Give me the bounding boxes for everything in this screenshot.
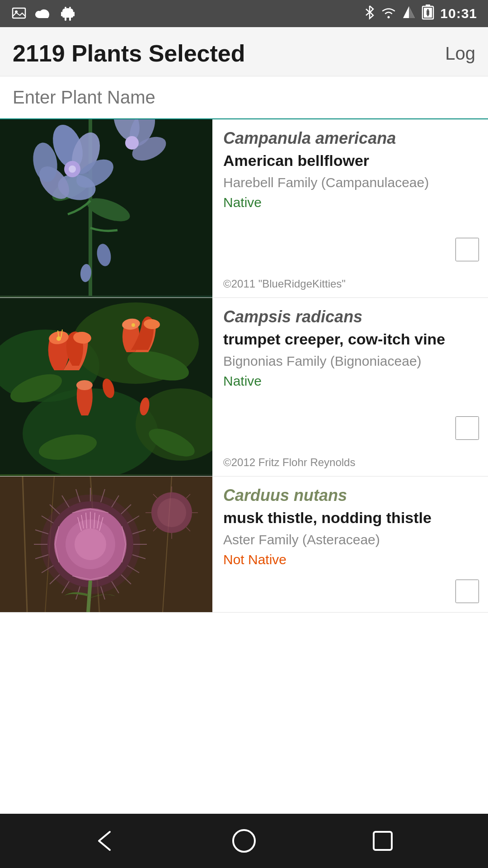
svg-point-6 <box>388 16 390 18</box>
recent-apps-button[interactable] <box>369 827 396 854</box>
plant-common-name-3: musk thistle, nodding thistle <box>223 509 479 527</box>
plant-scientific-name-2: Campsis radicans <box>223 307 479 326</box>
status-icons-left <box>11 5 76 22</box>
plant-common-name-2: trumpet creeper, cow-itch vine <box>223 330 479 349</box>
plant-checkbox-2[interactable] <box>455 416 479 440</box>
plant-list: Campanula americana American bellflower … <box>0 119 488 814</box>
plant-item: Campanula americana American bellflower … <box>0 119 488 298</box>
home-button[interactable] <box>230 827 258 854</box>
app-header: 2119 Plants Selected Log <box>0 27 488 76</box>
battery-icon <box>421 4 435 24</box>
page-title: 2119 Plants Selected <box>13 40 245 67</box>
cloud-icon <box>35 5 52 22</box>
plant-native-status-1: Native <box>223 195 479 210</box>
plant-item: Campsis radicans trumpet creeper, cow-it… <box>0 298 488 476</box>
plant-info-3: Carduus nutans musk thistle, nodding thi… <box>212 476 488 612</box>
plant-image-3 <box>0 476 212 612</box>
bluetooth-icon <box>364 4 375 24</box>
android-icon <box>60 5 76 22</box>
plant-credit-1: ©2011 "BlueRidgeKitties" <box>223 278 452 290</box>
svg-marker-8 <box>409 6 415 18</box>
status-icons-right: 10:31 <box>364 4 477 24</box>
plant-image-1 <box>0 119 212 297</box>
plant-native-status-2: Native <box>223 373 479 389</box>
plant-credit-2: ©2012 Fritz Flohr Reynolds <box>223 456 452 469</box>
svg-line-113 <box>88 580 90 612</box>
svg-point-52 <box>131 323 135 327</box>
svg-rect-0 <box>13 8 25 18</box>
status-time: 10:31 <box>440 6 477 21</box>
plant-family-3: Aster Family (Asteraceae) <box>223 531 479 548</box>
plant-scientific-name-1: Campanula americana <box>223 128 479 148</box>
plant-family-2: Bignonias Family (Bignoniaceae) <box>223 352 479 370</box>
plant-checkbox-3[interactable] <box>455 580 479 603</box>
plant-family-1: Harebell Family (Campanulaceae) <box>223 174 479 191</box>
svg-point-95 <box>75 528 106 560</box>
svg-rect-10 <box>426 5 430 7</box>
svg-point-51 <box>56 336 61 341</box>
wifi-icon <box>380 5 397 22</box>
svg-point-30 <box>125 136 139 150</box>
plant-checkbox-1[interactable] <box>455 238 479 261</box>
svg-rect-4 <box>61 12 62 16</box>
search-input[interactable] <box>13 76 475 118</box>
svg-point-114 <box>233 830 255 852</box>
svg-point-48 <box>76 380 93 390</box>
svg-rect-115 <box>374 832 392 850</box>
plant-scientific-name-3: Carduus nutans <box>223 486 479 505</box>
plant-info-2: Campsis radicans trumpet creeper, cow-it… <box>212 298 488 476</box>
svg-rect-12 <box>427 10 429 15</box>
svg-point-104 <box>157 498 186 527</box>
plant-common-name-1: American bellflower <box>223 151 479 170</box>
plant-item: Carduus nutans musk thistle, nodding thi… <box>0 476 488 613</box>
svg-point-26 <box>69 165 76 173</box>
plant-info-1: Campanula americana American bellflower … <box>212 119 488 297</box>
search-container <box>0 76 488 119</box>
svg-rect-5 <box>73 12 75 16</box>
nav-bar <box>0 814 488 868</box>
log-button[interactable]: Log <box>445 43 475 64</box>
plant-image-2 <box>0 298 212 476</box>
back-button[interactable] <box>92 827 119 854</box>
plant-native-status-3: Not Native <box>223 552 479 567</box>
signal-icon <box>402 5 416 22</box>
image-icon <box>11 5 27 22</box>
status-bar: 10:31 <box>0 0 488 27</box>
